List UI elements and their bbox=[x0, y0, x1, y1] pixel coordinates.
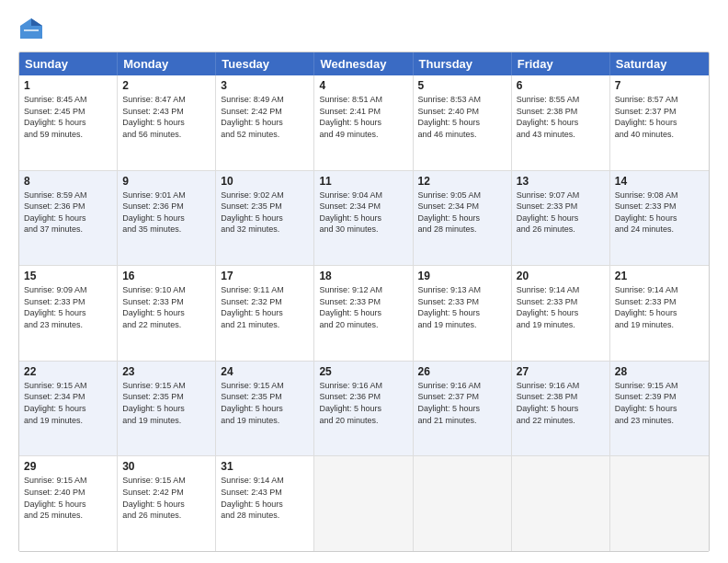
calendar-cell: 22Sunrise: 9:15 AM Sunset: 2:34 PM Dayli… bbox=[19, 362, 118, 456]
day-info: Sunrise: 9:15 AM Sunset: 2:34 PM Dayligh… bbox=[24, 380, 112, 426]
day-info: Sunrise: 9:13 AM Sunset: 2:33 PM Dayligh… bbox=[418, 284, 506, 330]
weekday-header: Wednesday bbox=[314, 52, 413, 75]
calendar-cell bbox=[314, 456, 413, 551]
calendar-cell: 4Sunrise: 8:51 AM Sunset: 2:41 PM Daylig… bbox=[314, 75, 413, 170]
calendar-row: 15Sunrise: 9:09 AM Sunset: 2:33 PM Dayli… bbox=[19, 265, 709, 361]
calendar-cell: 8Sunrise: 8:59 AM Sunset: 2:36 PM Daylig… bbox=[19, 171, 118, 266]
calendar-cell: 23Sunrise: 9:15 AM Sunset: 2:35 PM Dayli… bbox=[118, 362, 216, 456]
day-info: Sunrise: 9:15 AM Sunset: 2:42 PM Dayligh… bbox=[122, 475, 210, 521]
calendar-cell: 15Sunrise: 9:09 AM Sunset: 2:33 PM Dayli… bbox=[19, 266, 118, 361]
day-info: Sunrise: 9:10 AM Sunset: 2:33 PM Dayligh… bbox=[122, 284, 210, 330]
calendar-cell: 1Sunrise: 8:45 AM Sunset: 2:45 PM Daylig… bbox=[19, 75, 118, 170]
weekday-header: Friday bbox=[512, 52, 610, 75]
calendar-row: 8Sunrise: 8:59 AM Sunset: 2:36 PM Daylig… bbox=[19, 170, 709, 266]
day-info: Sunrise: 9:11 AM Sunset: 2:32 PM Dayligh… bbox=[221, 284, 309, 330]
day-info: Sunrise: 9:16 AM Sunset: 2:38 PM Dayligh… bbox=[517, 380, 605, 426]
day-number: 20 bbox=[517, 270, 605, 282]
calendar-cell: 20Sunrise: 9:14 AM Sunset: 2:33 PM Dayli… bbox=[512, 266, 610, 361]
calendar-cell: 26Sunrise: 9:16 AM Sunset: 2:37 PM Dayli… bbox=[414, 362, 512, 456]
day-info: Sunrise: 9:12 AM Sunset: 2:33 PM Dayligh… bbox=[319, 284, 407, 330]
logo bbox=[18, 17, 48, 42]
day-number: 22 bbox=[24, 365, 112, 378]
day-info: Sunrise: 9:01 AM Sunset: 2:36 PM Dayligh… bbox=[122, 190, 210, 236]
day-number: 4 bbox=[319, 79, 407, 92]
calendar-cell: 12Sunrise: 9:05 AM Sunset: 2:34 PM Dayli… bbox=[414, 171, 512, 266]
day-number: 31 bbox=[221, 460, 309, 473]
day-number: 5 bbox=[418, 79, 506, 92]
day-number: 8 bbox=[24, 175, 112, 188]
day-number: 27 bbox=[517, 365, 605, 378]
calendar-cell: 19Sunrise: 9:13 AM Sunset: 2:33 PM Dayli… bbox=[414, 266, 512, 361]
day-number: 17 bbox=[221, 270, 309, 282]
day-info: Sunrise: 9:15 AM Sunset: 2:39 PM Dayligh… bbox=[615, 380, 704, 426]
weekday-header: Sunday bbox=[19, 52, 118, 75]
weekday-header: Saturday bbox=[610, 52, 709, 75]
calendar-cell: 11Sunrise: 9:04 AM Sunset: 2:34 PM Dayli… bbox=[314, 171, 413, 266]
calendar-cell bbox=[610, 456, 709, 551]
calendar-cell: 21Sunrise: 9:14 AM Sunset: 2:33 PM Dayli… bbox=[610, 266, 709, 361]
day-info: Sunrise: 9:07 AM Sunset: 2:33 PM Dayligh… bbox=[517, 190, 605, 236]
day-number: 3 bbox=[221, 79, 309, 92]
calendar-cell: 30Sunrise: 9:15 AM Sunset: 2:42 PM Dayli… bbox=[118, 456, 216, 551]
calendar-cell: 10Sunrise: 9:02 AM Sunset: 2:35 PM Dayli… bbox=[216, 171, 314, 266]
day-number: 7 bbox=[615, 79, 704, 92]
day-info: Sunrise: 9:14 AM Sunset: 2:33 PM Dayligh… bbox=[615, 284, 704, 330]
day-info: Sunrise: 9:09 AM Sunset: 2:33 PM Dayligh… bbox=[24, 284, 112, 330]
day-info: Sunrise: 8:53 AM Sunset: 2:40 PM Dayligh… bbox=[418, 94, 506, 140]
day-info: Sunrise: 9:04 AM Sunset: 2:34 PM Dayligh… bbox=[319, 190, 407, 236]
day-info: Sunrise: 8:45 AM Sunset: 2:45 PM Dayligh… bbox=[24, 94, 112, 140]
day-info: Sunrise: 9:16 AM Sunset: 2:36 PM Dayligh… bbox=[319, 380, 407, 426]
day-number: 9 bbox=[122, 175, 210, 188]
calendar-cell: 7Sunrise: 8:57 AM Sunset: 2:37 PM Daylig… bbox=[610, 75, 709, 170]
day-number: 14 bbox=[615, 175, 704, 188]
day-number: 29 bbox=[24, 460, 112, 473]
svg-rect-2 bbox=[24, 29, 39, 31]
calendar-row: 1Sunrise: 8:45 AM Sunset: 2:45 PM Daylig… bbox=[19, 75, 709, 170]
day-number: 2 bbox=[122, 79, 210, 92]
calendar-cell: 5Sunrise: 8:53 AM Sunset: 2:40 PM Daylig… bbox=[414, 75, 512, 170]
calendar-cell: 3Sunrise: 8:49 AM Sunset: 2:42 PM Daylig… bbox=[216, 75, 314, 170]
day-info: Sunrise: 8:57 AM Sunset: 2:37 PM Dayligh… bbox=[615, 94, 704, 140]
day-number: 15 bbox=[24, 270, 112, 282]
day-info: Sunrise: 9:15 AM Sunset: 2:35 PM Dayligh… bbox=[221, 380, 309, 426]
day-info: Sunrise: 8:59 AM Sunset: 2:36 PM Dayligh… bbox=[24, 190, 112, 236]
weekday-header: Thursday bbox=[414, 52, 512, 75]
day-number: 12 bbox=[418, 175, 506, 188]
day-info: Sunrise: 8:55 AM Sunset: 2:38 PM Dayligh… bbox=[517, 94, 605, 140]
day-number: 11 bbox=[319, 175, 407, 188]
day-number: 13 bbox=[517, 175, 605, 188]
calendar-body: 1Sunrise: 8:45 AM Sunset: 2:45 PM Daylig… bbox=[19, 75, 709, 551]
calendar-cell: 14Sunrise: 9:08 AM Sunset: 2:33 PM Dayli… bbox=[610, 171, 709, 266]
weekday-header: Monday bbox=[118, 52, 216, 75]
calendar-row: 29Sunrise: 9:15 AM Sunset: 2:40 PM Dayli… bbox=[19, 455, 709, 551]
calendar-row: 22Sunrise: 9:15 AM Sunset: 2:34 PM Dayli… bbox=[19, 361, 709, 456]
day-number: 18 bbox=[319, 270, 407, 282]
day-number: 10 bbox=[221, 175, 309, 188]
calendar-cell: 29Sunrise: 9:15 AM Sunset: 2:40 PM Dayli… bbox=[19, 456, 118, 551]
day-info: Sunrise: 8:51 AM Sunset: 2:41 PM Dayligh… bbox=[319, 94, 407, 140]
day-number: 28 bbox=[615, 365, 704, 378]
calendar-header: SundayMondayTuesdayWednesdayThursdayFrid… bbox=[19, 52, 709, 75]
calendar-cell: 2Sunrise: 8:47 AM Sunset: 2:43 PM Daylig… bbox=[118, 75, 216, 170]
calendar-cell: 17Sunrise: 9:11 AM Sunset: 2:32 PM Dayli… bbox=[216, 266, 314, 361]
day-info: Sunrise: 9:16 AM Sunset: 2:37 PM Dayligh… bbox=[418, 380, 506, 426]
calendar-cell: 6Sunrise: 8:55 AM Sunset: 2:38 PM Daylig… bbox=[512, 75, 610, 170]
day-info: Sunrise: 8:47 AM Sunset: 2:43 PM Dayligh… bbox=[122, 94, 210, 140]
day-info: Sunrise: 9:02 AM Sunset: 2:35 PM Dayligh… bbox=[221, 190, 309, 236]
calendar-cell: 9Sunrise: 9:01 AM Sunset: 2:36 PM Daylig… bbox=[118, 171, 216, 266]
day-info: Sunrise: 9:14 AM Sunset: 2:43 PM Dayligh… bbox=[221, 475, 309, 521]
header bbox=[18, 17, 710, 42]
day-info: Sunrise: 9:15 AM Sunset: 2:35 PM Dayligh… bbox=[122, 380, 210, 426]
day-info: Sunrise: 9:15 AM Sunset: 2:40 PM Dayligh… bbox=[24, 475, 112, 521]
calendar-cell: 24Sunrise: 9:15 AM Sunset: 2:35 PM Dayli… bbox=[216, 362, 314, 456]
calendar-cell bbox=[414, 456, 512, 551]
svg-marker-1 bbox=[31, 18, 42, 26]
day-number: 1 bbox=[24, 79, 112, 92]
day-info: Sunrise: 9:05 AM Sunset: 2:34 PM Dayligh… bbox=[418, 190, 506, 236]
day-number: 24 bbox=[221, 365, 309, 378]
day-number: 21 bbox=[615, 270, 704, 282]
page: SundayMondayTuesdayWednesdayThursdayFrid… bbox=[0, 0, 728, 563]
calendar-cell: 16Sunrise: 9:10 AM Sunset: 2:33 PM Dayli… bbox=[118, 266, 216, 361]
day-number: 26 bbox=[418, 365, 506, 378]
day-number: 6 bbox=[517, 79, 605, 92]
